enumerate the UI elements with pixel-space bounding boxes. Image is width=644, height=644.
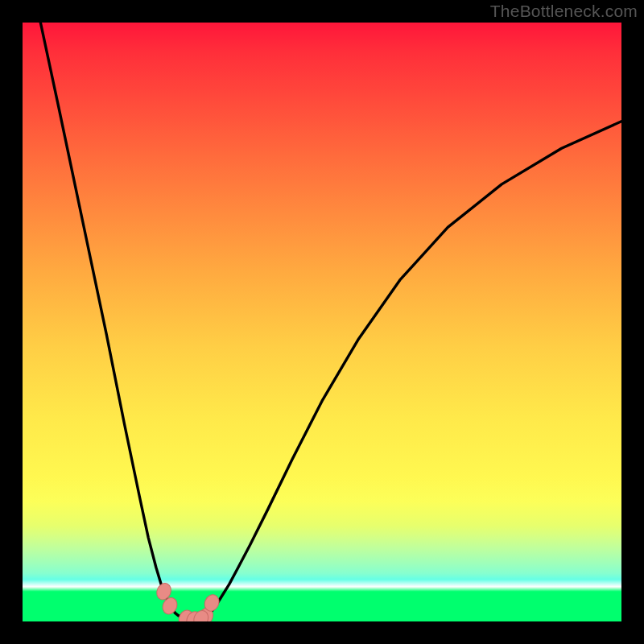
chart-frame: TheBottleneck.com: [0, 0, 644, 644]
marker-group: [155, 581, 222, 621]
plot-area: [23, 23, 621, 621]
watermark-text: TheBottleneck.com: [490, 2, 638, 21]
series-right-curve: [202, 122, 621, 617]
series-group: [40, 23, 621, 617]
chart-svg: [23, 23, 621, 621]
series-left-curve: [40, 23, 185, 617]
